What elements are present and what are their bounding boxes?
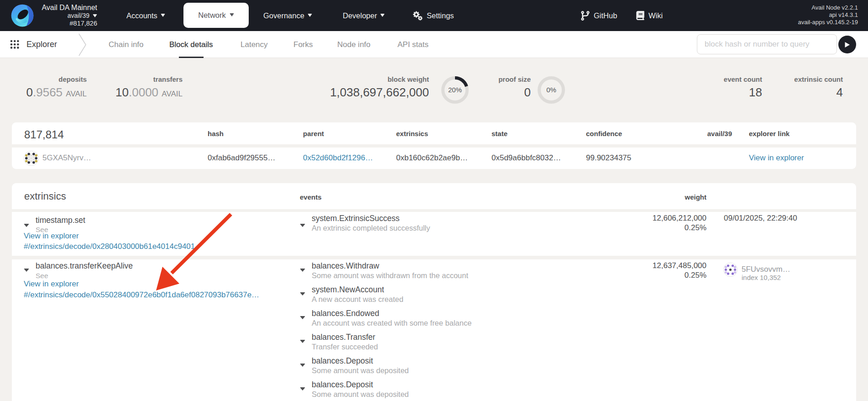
nav-governance[interactable]: Governance <box>263 0 312 31</box>
stat-event-count: event count 18 <box>724 75 762 99</box>
nav-network[interactable]: Network <box>183 3 249 28</box>
extrinsics-title: extrinsics <box>24 190 66 202</box>
chain-runtime[interactable]: avail/39 <box>0 12 97 20</box>
chain-info[interactable]: Avail DA Mainnet avail/39 #817,826 <box>0 3 97 27</box>
stat-value: 18 <box>724 85 762 99</box>
app-explorer[interactable]: Explorer <box>10 31 57 58</box>
tab-node-info[interactable]: Node info <box>337 31 371 58</box>
expand-caret-icon[interactable] <box>300 265 305 274</box>
col-explorer-link: explorer link <box>749 130 790 137</box>
block-hash: 0xfab6ad9f29555… <box>208 153 275 163</box>
stat-label: proof size <box>498 75 531 84</box>
event-name: balances.Endowed <box>312 309 379 318</box>
top-bar: Avail DA Mainnet avail/39 #817,826 Accou… <box>0 0 868 31</box>
tab-divider <box>73 33 87 56</box>
node-version: Avail Node v2.2.1 <box>798 4 858 11</box>
stat-proof-size: proof size 0 <box>498 75 531 99</box>
col-hash: hash <box>208 130 224 137</box>
weight-percent: 0.25% <box>570 271 706 280</box>
event-name: system.ExtrinsicSuccess <box>312 214 400 223</box>
expand-caret-icon[interactable] <box>24 265 29 274</box>
stat-deposits: deposits 0.9565 AVAIL <box>26 75 87 101</box>
grid-dots-icon <box>10 40 20 49</box>
stat-label: extrinsic count <box>794 75 843 84</box>
col-confidence: confidence <box>586 130 622 137</box>
expand-caret-icon[interactable] <box>300 384 305 392</box>
view-in-explorer-link[interactable]: View in explorer <box>749 153 804 163</box>
chevron-down-icon <box>161 14 165 17</box>
weight-value: 12,606,212,000 <box>570 214 706 223</box>
tab-chain-info[interactable]: Chain info <box>109 31 144 58</box>
col-events: events <box>300 193 322 201</box>
stat-value: 0 <box>498 85 531 99</box>
tab-forks[interactable]: Forks <box>293 31 313 58</box>
col-state: state <box>492 130 507 137</box>
weight-value: 12,637,485,000 <box>570 261 706 270</box>
nav-accounts[interactable]: Accounts <box>126 0 165 31</box>
expand-caret-icon[interactable] <box>300 360 305 369</box>
stat-value: 4 <box>794 85 843 99</box>
signer-identicon[interactable] <box>723 263 737 279</box>
github-link[interactable]: GitHub <box>581 0 617 31</box>
block-weight-gauge: 20% <box>441 76 469 104</box>
stat-label: deposits <box>26 75 87 84</box>
stat-extrinsic-count: extrinsic count 4 <box>794 75 843 99</box>
expand-caret-icon[interactable] <box>300 221 305 229</box>
tab-latency[interactable]: Latency <box>241 31 268 58</box>
event-desc: An account was created with some free ba… <box>312 318 471 328</box>
extrinsic-name: balances.transferKeepAlive <box>36 261 133 271</box>
stat-value: 10.0000 AVAIL <box>115 85 183 101</box>
decode-link[interactable]: #/extrinsics/decode/0x280403000b61e4014c… <box>24 242 195 251</box>
expand-caret-icon[interactable] <box>24 221 29 229</box>
stat-transfers: transfers 10.0000 AVAIL <box>115 75 183 101</box>
api-version: api v14.3.1 <box>798 11 858 19</box>
gauge-percent-label: 0% <box>538 86 565 94</box>
col-extrinsics: extrinsics <box>396 130 428 137</box>
event-desc: Some amount was deposited <box>312 390 409 399</box>
stat-label: event count <box>724 75 762 84</box>
event-name: balances.Deposit <box>312 356 373 366</box>
chain-best-block: #817,826 <box>0 20 97 27</box>
block-table-header: 817,814 hash parent extrinsics state con… <box>12 122 856 144</box>
tab-api-stats[interactable]: API stats <box>397 31 429 58</box>
chevron-down-icon <box>93 14 97 17</box>
event-desc: Some amount was withdrawn from the accou… <box>312 271 468 280</box>
nav-settings[interactable]: Settings <box>412 0 454 31</box>
tab-block-details[interactable]: Block details <box>169 31 213 58</box>
extrinsic-row-timestamp: timestamp.set See View in explorer #/ext… <box>12 212 856 256</box>
gauge-percent-label: 20% <box>441 86 469 94</box>
block-author[interactable]: 5GXA5Nyrv… <box>42 153 91 163</box>
expand-caret-icon[interactable] <box>300 289 305 297</box>
block-author-identicon[interactable] <box>24 151 39 168</box>
event-name: balances.Deposit <box>312 380 373 390</box>
weight-percent: 0.25% <box>570 223 706 232</box>
block-number: 817,814 <box>24 128 64 141</box>
search-input[interactable] <box>697 34 837 54</box>
event-name: system.NewAccount <box>312 285 384 295</box>
block-summary: deposits 0.9565 AVAIL transfers 10.0000 … <box>0 58 868 116</box>
event-desc: Transfer succeeded <box>312 342 378 352</box>
app-name: Explorer <box>26 40 57 49</box>
extrinsics-table-header: extrinsics events weight <box>12 183 856 209</box>
state-root: 0x5d9a6bbfc8032… <box>492 153 561 163</box>
col-parent: parent <box>303 130 324 137</box>
event-desc: A new account was created <box>312 295 403 304</box>
chevron-down-icon <box>380 14 385 17</box>
search-submit-button[interactable] <box>838 36 856 53</box>
extrinsic-time: 09/01/2025, 22:29:40 <box>724 214 797 223</box>
view-in-explorer-link[interactable]: View in explorer <box>24 232 79 241</box>
nav-developer[interactable]: Developer <box>343 0 385 31</box>
see-label[interactable]: See <box>36 272 48 280</box>
tab-bar: Explorer Chain info Block details Latenc… <box>0 31 868 58</box>
version-info: Avail Node v2.2.1 api v14.3.1 avail-apps… <box>798 4 858 26</box>
extrinsic-row-transfer: balances.transferKeepAlive See View in e… <box>12 259 856 401</box>
parent-hash-link[interactable]: 0x52d60bd2f1296… <box>303 153 373 163</box>
event-name: balances.Withdraw <box>312 261 379 271</box>
expand-caret-icon[interactable] <box>300 313 305 321</box>
stat-label: block weight <box>330 75 429 84</box>
view-in-explorer-link[interactable]: View in explorer <box>24 280 79 289</box>
expand-caret-icon[interactable] <box>300 337 305 345</box>
decode-link[interactable]: #/extrinsics/decode/0x55028400972e6b0f1d… <box>24 290 259 300</box>
signer-account[interactable]: 5FUvsovvm… <box>742 265 790 274</box>
wiki-link[interactable]: Wiki <box>636 0 663 31</box>
